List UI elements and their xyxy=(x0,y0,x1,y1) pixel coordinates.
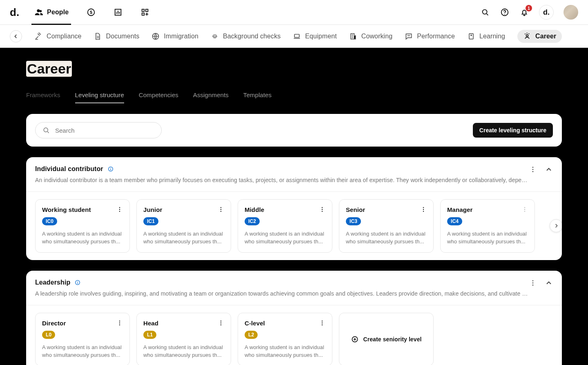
user-avatar[interactable] xyxy=(564,5,578,20)
page-content: Career Frameworks Leveling structure Com… xyxy=(0,48,588,365)
level-card-title: Director xyxy=(42,320,66,327)
career-icon xyxy=(523,32,531,40)
tab-templates[interactable]: Templates xyxy=(243,91,272,103)
topbar: d. People 1 d. xyxy=(0,0,588,25)
subnav-coworking[interactable]: Coworking xyxy=(349,32,393,40)
tab-leveling[interactable]: Leveling structure xyxy=(75,91,124,103)
subnav-equipment-label: Equipment xyxy=(305,33,336,40)
subnav-background-label: Background checks xyxy=(223,33,281,40)
notifications-button[interactable]: 1 xyxy=(519,7,529,17)
topnav-apps[interactable] xyxy=(140,0,149,25)
card-more-button[interactable] xyxy=(116,206,123,213)
subnav-compliance-label: Compliance xyxy=(47,33,81,40)
leadership-panel: Leadership A leadership role involves gu… xyxy=(26,271,562,365)
ic-panel: Individual contributor An individual con… xyxy=(26,157,562,260)
leadership-more-button[interactable] xyxy=(529,279,537,287)
leadership-cards: Director L0 A working student is an indi… xyxy=(26,305,562,365)
create-level-label: Create seniority level xyxy=(363,336,421,343)
level-card-title: Working student xyxy=(42,206,91,213)
leadership-collapse-button[interactable] xyxy=(545,279,553,287)
level-card[interactable]: Middle IC2 A working student is an indiv… xyxy=(238,199,332,253)
ic-collapse-button[interactable] xyxy=(545,165,553,174)
book-icon xyxy=(467,32,475,40)
gavel-icon xyxy=(34,32,42,40)
level-card-desc: A working student is an individual who s… xyxy=(346,230,427,246)
level-badge: L1 xyxy=(143,331,156,339)
card-more-button[interactable] xyxy=(420,206,427,213)
ic-cards: Working student IC0 A working student is… xyxy=(26,192,562,260)
subnav-immigration[interactable]: Immigration xyxy=(151,32,198,40)
chat-icon xyxy=(405,32,413,40)
card-more-button[interactable] xyxy=(218,206,224,213)
help-button[interactable] xyxy=(500,7,510,17)
card-more-button[interactable] xyxy=(319,206,325,213)
level-card-desc: A working student is an individual who s… xyxy=(143,344,224,359)
building-icon xyxy=(349,32,357,40)
chevron-right-icon xyxy=(553,223,559,229)
card-more-button[interactable] xyxy=(319,320,325,326)
subnav-career[interactable]: Career xyxy=(517,30,562,43)
create-seniority-level-button[interactable]: Create seniority level xyxy=(339,313,434,365)
card-more-button[interactable] xyxy=(116,320,123,326)
topnav-people[interactable]: People xyxy=(34,0,69,25)
level-badge: L0 xyxy=(42,331,55,339)
info-icon[interactable] xyxy=(74,279,81,286)
level-card-title: Head xyxy=(143,320,158,327)
notifications-badge: 1 xyxy=(526,5,532,11)
help-icon xyxy=(500,8,509,17)
ic-more-button[interactable] xyxy=(529,166,537,173)
topnav: People xyxy=(34,0,149,25)
search-icon xyxy=(481,8,490,17)
subnav-learning[interactable]: Learning xyxy=(467,32,505,40)
tab-frameworks[interactable]: Frameworks xyxy=(26,91,60,103)
topnav-analytics[interactable] xyxy=(114,0,122,25)
search-button[interactable] xyxy=(480,7,490,17)
leadership-title: Leadership xyxy=(35,279,70,286)
level-card-desc: A working student is an individual who s… xyxy=(245,230,325,246)
subnav-documents[interactable]: Documents xyxy=(94,32,139,40)
tab-assignments[interactable]: Assignments xyxy=(193,91,229,103)
subnav-performance-label: Performance xyxy=(417,33,455,40)
topnav-money[interactable] xyxy=(87,0,96,25)
subnav-performance[interactable]: Performance xyxy=(405,32,455,40)
level-card[interactable]: Senior IC3 A working student is an indiv… xyxy=(339,199,434,253)
card-more-button[interactable] xyxy=(521,206,528,213)
ic-header: Individual contributor An individual con… xyxy=(26,157,562,192)
level-badge: IC1 xyxy=(143,217,158,225)
subnav: Compliance Documents Immigration Backgro… xyxy=(0,25,588,48)
level-badge: IC4 xyxy=(447,217,462,225)
topbar-right: 1 d. xyxy=(480,5,578,20)
back-button[interactable] xyxy=(10,30,22,42)
org-switcher[interactable]: d. xyxy=(539,5,554,20)
search-input[interactable] xyxy=(54,127,155,134)
level-card-title: Senior xyxy=(346,206,365,213)
level-card-title: Middle xyxy=(245,206,264,213)
search-field[interactable] xyxy=(35,122,162,138)
level-card[interactable]: Working student IC0 A working student is… xyxy=(35,199,130,253)
level-card[interactable]: Manager IC4 A working student is an indi… xyxy=(440,199,535,253)
level-card[interactable]: Junior IC1 A working student is an indiv… xyxy=(136,199,231,253)
search-panel: Create leveling structure xyxy=(26,114,562,147)
subnav-compliance[interactable]: Compliance xyxy=(34,32,81,40)
level-card-desc: A working student is an individual who s… xyxy=(143,230,224,246)
page-title: Career xyxy=(27,61,71,76)
subnav-background[interactable]: Background checks xyxy=(211,32,281,40)
card-more-button[interactable] xyxy=(218,320,224,326)
apps-icon xyxy=(140,8,149,17)
level-card-title: Junior xyxy=(143,206,162,213)
ic-desc: An individual contributor is a team memb… xyxy=(35,177,529,183)
level-card[interactable]: C-level L2 A working student is an indiv… xyxy=(238,313,332,365)
brand-logo[interactable]: d. xyxy=(10,6,19,19)
title-highlight: Career xyxy=(26,61,72,77)
subnav-equipment[interactable]: Equipment xyxy=(293,32,336,40)
leadership-header: Leadership A leadership role involves gu… xyxy=(26,271,562,305)
info-icon[interactable] xyxy=(107,166,114,172)
level-card[interactable]: Head L1 A working student is an individu… xyxy=(136,313,231,365)
fingerprint-icon xyxy=(211,32,219,40)
scroll-next-button[interactable] xyxy=(550,219,562,232)
level-card[interactable]: Director L0 A working student is an indi… xyxy=(35,313,130,365)
subnav-immigration-label: Immigration xyxy=(164,33,198,40)
laptop-icon xyxy=(293,32,301,40)
tab-competencies[interactable]: Competencies xyxy=(139,91,178,103)
create-leveling-button[interactable]: Create leveling structure xyxy=(473,123,553,138)
